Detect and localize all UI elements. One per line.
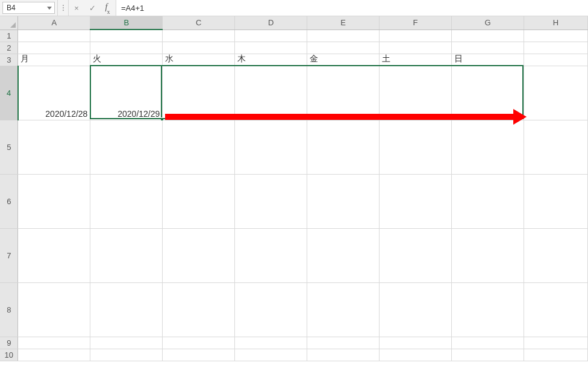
cell-H4[interactable] — [524, 66, 587, 120]
cell-H8[interactable] — [524, 282, 587, 337]
cell-C2[interactable] — [163, 42, 235, 54]
cell-D5[interactable] — [235, 120, 307, 174]
select-all-corner[interactable] — [0, 16, 18, 30]
cell-E6[interactable] — [307, 174, 380, 228]
row-header-6[interactable]: 6 — [0, 174, 18, 228]
column-header-D[interactable]: D — [235, 16, 307, 30]
cell-F1[interactable] — [380, 30, 452, 42]
cell-E9[interactable] — [307, 337, 380, 349]
cell-D2[interactable] — [235, 42, 307, 54]
cell-F5[interactable] — [380, 120, 452, 174]
cancel-formula-button[interactable]: × — [69, 0, 84, 16]
name-box[interactable]: B4 — [2, 2, 55, 14]
cell-F10[interactable] — [380, 349, 452, 361]
cell-C8[interactable] — [163, 282, 235, 337]
cell-H3[interactable] — [524, 54, 587, 66]
cell-E7[interactable] — [307, 228, 380, 282]
cell-A8[interactable] — [18, 282, 90, 337]
cell-G10[interactable] — [452, 349, 524, 361]
cell-C3[interactable]: 水 — [163, 54, 235, 66]
cell-A4[interactable]: 2020/12/28 — [18, 66, 90, 120]
cell-A3[interactable]: 月 — [18, 54, 90, 66]
cell-F7[interactable] — [380, 228, 452, 282]
cell-G3[interactable]: 日 — [452, 54, 524, 66]
cell-F6[interactable] — [380, 174, 452, 228]
cell-F8[interactable] — [380, 282, 452, 337]
cell-C10[interactable] — [163, 349, 235, 361]
cell-D4[interactable] — [235, 66, 307, 120]
cell-F3[interactable]: 土 — [380, 54, 452, 66]
cell-B7[interactable] — [90, 228, 163, 282]
cell-D9[interactable] — [235, 337, 307, 349]
column-header-H[interactable]: H — [524, 16, 587, 30]
cell-H2[interactable] — [524, 42, 587, 54]
cell-E1[interactable] — [307, 30, 380, 42]
cell-G5[interactable] — [452, 120, 524, 174]
cell-G8[interactable] — [452, 282, 524, 337]
cell-F9[interactable] — [380, 337, 452, 349]
row-header-9[interactable]: 9 — [0, 337, 18, 349]
cell-C7[interactable] — [163, 228, 235, 282]
cell-A6[interactable] — [18, 174, 90, 228]
formula-input[interactable]: =A4+1 — [116, 0, 588, 16]
cell-C4[interactable] — [163, 66, 235, 120]
cell-D7[interactable] — [235, 228, 307, 282]
cell-C1[interactable] — [163, 30, 235, 42]
cell-A5[interactable] — [18, 120, 90, 174]
cell-B10[interactable] — [90, 349, 163, 361]
column-header-B[interactable]: B — [90, 16, 163, 30]
cell-A9[interactable] — [18, 337, 90, 349]
row-header-2[interactable]: 2 — [0, 42, 18, 54]
column-header-F[interactable]: F — [380, 16, 452, 30]
cell-E8[interactable] — [307, 282, 380, 337]
cell-A7[interactable] — [18, 228, 90, 282]
cell-G9[interactable] — [452, 337, 524, 349]
cell-E2[interactable] — [307, 42, 380, 54]
confirm-formula-button[interactable]: ✓ — [84, 0, 100, 16]
cell-E3[interactable]: 金 — [307, 54, 380, 66]
cell-A2[interactable] — [18, 42, 90, 54]
row-header-7[interactable]: 7 — [0, 228, 18, 282]
cell-E4[interactable] — [307, 66, 380, 120]
cell-D8[interactable] — [235, 282, 307, 337]
cell-G1[interactable] — [452, 30, 524, 42]
cell-G2[interactable] — [452, 42, 524, 54]
row-header-5[interactable]: 5 — [0, 120, 18, 174]
cell-B6[interactable] — [90, 174, 163, 228]
cell-H6[interactable] — [524, 174, 587, 228]
row-header-4[interactable]: 4 — [0, 66, 18, 120]
column-header-A[interactable]: A — [18, 16, 90, 30]
cell-H7[interactable] — [524, 228, 587, 282]
cell-H5[interactable] — [524, 120, 587, 174]
cell-D1[interactable] — [235, 30, 307, 42]
row-header-8[interactable]: 8 — [0, 282, 18, 337]
cell-C6[interactable] — [163, 174, 235, 228]
cell-F2[interactable] — [380, 42, 452, 54]
cell-B4[interactable]: 2020/12/29 — [90, 66, 163, 120]
row-header-10[interactable]: 10 — [0, 349, 18, 361]
cell-B5[interactable] — [90, 120, 163, 174]
cell-A10[interactable] — [18, 349, 90, 361]
cell-B1[interactable] — [90, 30, 163, 42]
row-header-3[interactable]: 3 — [0, 54, 18, 66]
insert-function-button[interactable]: fx — [100, 0, 116, 16]
column-header-C[interactable]: C — [163, 16, 235, 30]
cell-A1[interactable] — [18, 30, 90, 42]
cell-B8[interactable] — [90, 282, 163, 337]
cell-H10[interactable] — [524, 349, 587, 361]
name-box-dropdown-icon[interactable] — [47, 5, 52, 10]
cell-G6[interactable] — [452, 174, 524, 228]
cell-E5[interactable] — [307, 120, 380, 174]
cell-C9[interactable] — [163, 337, 235, 349]
cell-F4[interactable] — [380, 66, 452, 120]
worksheet[interactable]: ABCDEFGH123月火水木金土日42020/12/282020/12/295… — [0, 16, 588, 392]
column-header-G[interactable]: G — [452, 16, 524, 30]
cell-D6[interactable] — [235, 174, 307, 228]
cell-G7[interactable] — [452, 228, 524, 282]
column-header-E[interactable]: E — [307, 16, 380, 30]
cell-B2[interactable] — [90, 42, 163, 54]
row-header-1[interactable]: 1 — [0, 30, 18, 42]
cell-B9[interactable] — [90, 337, 163, 349]
cell-E10[interactable] — [307, 349, 380, 361]
cell-B3[interactable]: 火 — [90, 54, 163, 66]
